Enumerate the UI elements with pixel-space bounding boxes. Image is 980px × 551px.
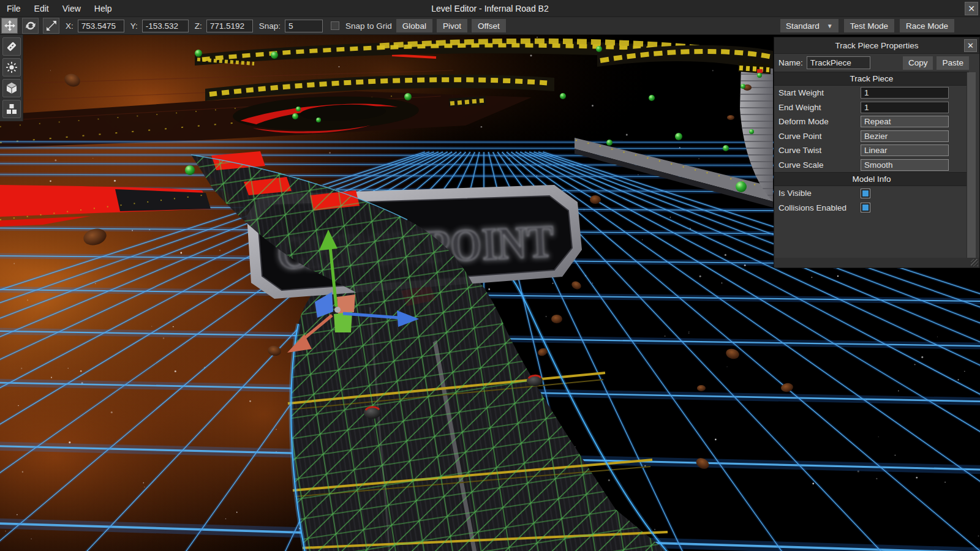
move-icon xyxy=(4,20,16,32)
rotate-icon xyxy=(24,20,37,32)
is-visible-label: Is Visible xyxy=(778,189,812,198)
x-coord-input[interactable] xyxy=(78,20,124,32)
blocks-icon xyxy=(5,102,18,116)
curve-point-label: Curve Point xyxy=(778,132,822,141)
level-editor-window: CHECKPOINT CHECKPOINT xyxy=(0,0,980,551)
snap-to-grid-label: Snap to Grid xyxy=(345,21,392,31)
section-model-info-label: Model Info xyxy=(852,174,891,184)
prop-row-curve-twist: Curve Twist Linear xyxy=(774,143,979,158)
prop-row-deform-mode: Deform Mode Repeat xyxy=(774,114,979,129)
section-track-piece: Track Piece xyxy=(774,72,969,86)
collisions-enabled-checkbox[interactable] xyxy=(861,203,870,212)
sun-icon xyxy=(5,61,18,74)
y-coord-label: Y: xyxy=(130,21,138,31)
close-icon: ✕ xyxy=(967,41,974,50)
close-icon: ✕ xyxy=(968,4,975,13)
start-weight-label: Start Weight xyxy=(778,88,824,97)
title-bar: File Edit View Help Level Editor - Infer… xyxy=(0,0,980,17)
mode-dropdown[interactable]: Standard ▼ xyxy=(780,19,839,32)
track-piece-properties-panel: Track Piece Properties ✕ Name: Copy Past… xyxy=(774,37,980,268)
window-close-button[interactable]: ✕ xyxy=(965,2,978,15)
end-weight-label: End Weight xyxy=(778,103,821,112)
transform-toolbar: X: Y: Z: Snap: Snap to Grid Global Pivot… xyxy=(0,17,980,35)
start-weight-input[interactable] xyxy=(861,87,949,99)
pivot-button[interactable]: Pivot xyxy=(437,19,467,32)
menu-view[interactable]: View xyxy=(56,4,88,13)
copy-button[interactable]: Copy xyxy=(903,56,933,70)
z-coord-input[interactable] xyxy=(206,20,253,32)
is-visible-row: Is Visible xyxy=(774,186,979,201)
mode-dropdown-value: Standard xyxy=(786,21,820,31)
left-tool-strip xyxy=(0,35,23,121)
section-model-info: Model Info xyxy=(774,172,969,186)
name-row: Name: Copy Paste xyxy=(774,54,979,72)
move-tool-button[interactable] xyxy=(1,18,18,34)
resize-grip[interactable] xyxy=(971,259,978,266)
track-mine[interactable] xyxy=(527,375,543,386)
deform-mode-dropdown[interactable]: Repeat xyxy=(861,116,949,127)
global-button[interactable]: Global xyxy=(396,19,432,32)
cube-icon xyxy=(5,81,18,95)
road-icon xyxy=(5,40,18,53)
x-coord-label: X: xyxy=(66,21,74,31)
track-mine[interactable] xyxy=(364,407,381,419)
model-tool-button[interactable] xyxy=(2,79,21,97)
prop-row-end-weight: End Weight xyxy=(774,100,979,115)
is-visible-checkbox[interactable] xyxy=(861,189,870,198)
gizmo-center[interactable] xyxy=(334,307,341,313)
collisions-enabled-row: Collisions Enabled xyxy=(774,201,979,216)
blocks-tool-button[interactable] xyxy=(2,100,21,118)
curve-point-dropdown[interactable]: Bezier xyxy=(861,130,949,142)
menu-edit[interactable]: Edit xyxy=(28,4,56,13)
panel-close-button[interactable]: ✕ xyxy=(964,39,977,52)
scale-tool-button[interactable] xyxy=(43,18,59,34)
name-label: Name: xyxy=(778,58,803,67)
section-track-piece-label: Track Piece xyxy=(850,74,894,83)
z-coord-label: Z: xyxy=(195,21,202,31)
menu-file[interactable]: File xyxy=(0,4,28,13)
curve-scale-label: Curve Scale xyxy=(778,160,824,170)
rotate-tool-button[interactable] xyxy=(22,18,39,34)
paste-button[interactable]: Paste xyxy=(937,56,969,70)
y-coord-input[interactable] xyxy=(142,20,189,32)
curve-twist-label: Curve Twist xyxy=(778,146,821,155)
panel-scrollbar[interactable] xyxy=(967,72,976,258)
menu-help[interactable]: Help xyxy=(88,4,119,13)
deform-mode-label: Deform Mode xyxy=(778,117,829,126)
snap-input[interactable] xyxy=(285,20,323,32)
end-weight-input[interactable] xyxy=(861,102,949,113)
curve-scale-dropdown[interactable]: Smooth xyxy=(861,159,949,171)
curve-twist-dropdown[interactable]: Linear xyxy=(861,144,949,156)
chevron-down-icon: ▼ xyxy=(827,23,833,29)
scale-icon xyxy=(45,20,58,32)
light-tool-button[interactable] xyxy=(2,58,21,77)
prop-row-curve-scale: Curve Scale Smooth xyxy=(774,158,979,173)
offset-button[interactable]: Offset xyxy=(472,19,506,32)
test-mode-button[interactable]: Test Mode xyxy=(844,19,894,32)
race-mode-button[interactable]: Race Mode xyxy=(900,19,954,32)
collisions-enabled-label: Collisions Enabled xyxy=(778,203,846,212)
panel-header[interactable]: Track Piece Properties ✕ xyxy=(774,37,979,54)
window-title: Level Editor - Infernal Road B2 xyxy=(0,4,980,13)
snap-to-grid-checkbox[interactable] xyxy=(331,21,339,30)
track-piece-tool-button[interactable] xyxy=(2,37,21,56)
panel-title: Track Piece Properties xyxy=(835,41,918,50)
prop-row-start-weight: Start Weight xyxy=(774,86,979,100)
panel-footer xyxy=(774,258,979,268)
prop-row-curve-point: Curve Point Bezier xyxy=(774,129,979,144)
snap-label: Snap: xyxy=(259,21,281,31)
name-input[interactable] xyxy=(807,56,870,69)
